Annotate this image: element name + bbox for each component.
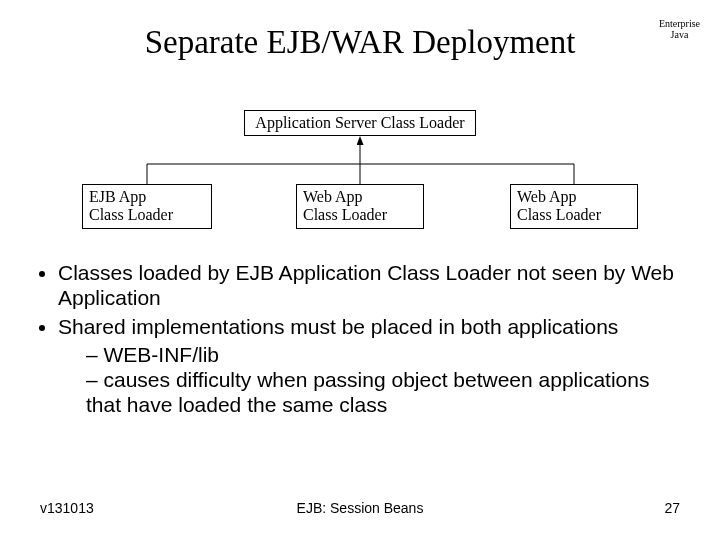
bullet-1: Classes loaded by EJB Application Class … — [58, 260, 680, 310]
bullet-2a: WEB-INF/lib — [86, 342, 680, 367]
header: Separate EJB/WAR Deployment — [0, 24, 720, 61]
footer-version: v131013 — [40, 500, 94, 516]
bullet-2: Shared implementations must be placed in… — [58, 314, 680, 417]
footer-title: EJB: Session Beans — [40, 500, 680, 516]
box-web-loader-2: Web App Class Loader — [510, 184, 638, 229]
box-app-server-loader: Application Server Class Loader — [244, 110, 476, 136]
footer-page-number: 27 — [664, 500, 680, 516]
bullet-list: Classes loaded by EJB Application Class … — [40, 260, 680, 421]
footer: v131013 EJB: Session Beans 27 — [40, 500, 680, 516]
slide-title: Separate EJB/WAR Deployment — [0, 24, 720, 61]
slide: Enterprise Java Separate EJB/WAR Deploym… — [0, 0, 720, 540]
bullet-2-text: Shared implementations must be placed in… — [58, 315, 618, 338]
diagram: Application Server Class Loader EJB App … — [0, 110, 720, 240]
bullet-2b: causes difficulty when passing object be… — [86, 367, 680, 417]
box-web-loader-1: Web App Class Loader — [296, 184, 424, 229]
box-ejb-loader: EJB App Class Loader — [82, 184, 212, 229]
